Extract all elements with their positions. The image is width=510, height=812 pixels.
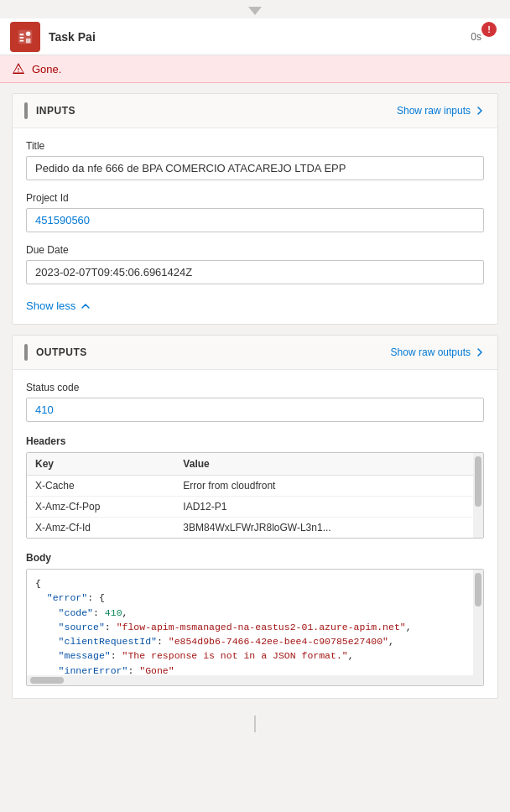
headers-col-value: Value [174,453,473,476]
error-badge: ! [481,22,497,37]
header-key-cell: X-Cache [27,476,174,497]
outputs-header: OUTPUTS Show raw outputs [13,336,497,370]
warning-icon [12,62,25,75]
chevron-right-icon [474,105,486,117]
error-text: Gone. [32,63,61,75]
inputs-title: INPUTS [36,105,397,117]
body-horizontal-scrollbar[interactable] [27,675,473,685]
svg-point-1 [26,31,30,36]
header-value-cell: Error from cloudfront [174,476,473,497]
inputs-header: INPUTS Show raw inputs [13,94,497,128]
show-raw-inputs-button[interactable]: Show raw inputs [397,105,486,117]
table-row: X-Amz-Cf-PopIAD12-P1 [27,497,473,518]
outputs-bar [24,344,28,361]
body-scrollbar-h-thumb [30,677,64,684]
table-row: X-Amz-Cf-Id3BM84WxLFWrJR8loGW-L3n1... [27,518,473,539]
header-time: 0s [471,31,481,43]
body-scrollbar-v-thumb [475,573,481,606]
due-date-value: 2023-02-07T09:45:06.6961424Z [26,260,484,284]
show-less-button[interactable]: Show less [13,296,497,324]
headers-scrollbar[interactable] [473,453,483,538]
headers-table: Key Value X-CacheError from cloudfrontX-… [27,453,473,538]
header-key-cell: X-Amz-Cf-Pop [27,497,174,518]
status-code-value: 410 [26,398,484,422]
due-date-field-group: Due Date 2023-02-07T09:45:06.6961424Z [13,244,497,296]
outputs-section: OUTPUTS Show raw outputs Status code 410… [12,335,498,699]
header-value-cell: 3BM84WxLFWrJR8loGW-L3n1... [174,518,473,539]
status-code-field: Status code 410 [13,370,497,430]
outputs-title: OUTPUTS [36,346,391,358]
body-label: Body [26,552,484,564]
project-id-field-group: Project Id 451590560 [13,192,497,244]
project-id-value: 451590560 [26,208,484,232]
header-bar: Task Pai 0s ! [0,18,510,55]
headers-table-header-row: Key Value [27,453,473,476]
header-value-cell: IAD12-P1 [174,497,473,518]
header-key-cell: X-Amz-Cf-Id [27,518,174,539]
app-icon-box [10,22,40,52]
chevron-right-outputs-icon [474,346,486,358]
app-title: Task Pai [49,30,471,44]
body-code-wrapper: { "error": { "code": 410, "source": "flo… [26,569,484,686]
top-chevron [0,0,510,18]
due-date-label: Due Date [26,244,484,256]
title-field-group: Title Pedido da nfe 666 de BPA COMERCIO … [13,128,497,192]
body-code[interactable]: { "error": { "code": 410, "source": "flo… [27,570,473,685]
status-code-label: Status code [26,382,484,393]
body-section: Body { "error": { "code": 410, "source":… [13,547,497,698]
project-id-label: Project Id [26,192,484,204]
inputs-bar [24,102,28,119]
headers-table-body: X-CacheError from cloudfrontX-Amz-Cf-Pop… [27,476,473,539]
bottom-connector [0,709,510,742]
headers-col-key: Key [27,453,174,476]
title-value: Pedido da nfe 666 de BPA COMERCIO ATACAR… [26,156,484,180]
title-label: Title [26,140,484,152]
body-vertical-scrollbar[interactable] [473,570,483,685]
task-pai-icon [16,28,34,46]
headers-section: Headers Key Value X-CacheError from clou… [13,430,497,547]
headers-label: Headers [26,435,484,447]
inputs-section: INPUTS Show raw inputs Title Pedido da n… [12,93,498,325]
headers-scrollbar-thumb [475,456,481,507]
table-row: X-CacheError from cloudfront [27,476,473,497]
chevron-up-icon [80,300,91,312]
error-banner: Gone. [0,55,510,83]
headers-table-wrapper: Key Value X-CacheError from cloudfrontX-… [26,452,484,539]
show-raw-outputs-button[interactable]: Show raw outputs [391,346,486,358]
